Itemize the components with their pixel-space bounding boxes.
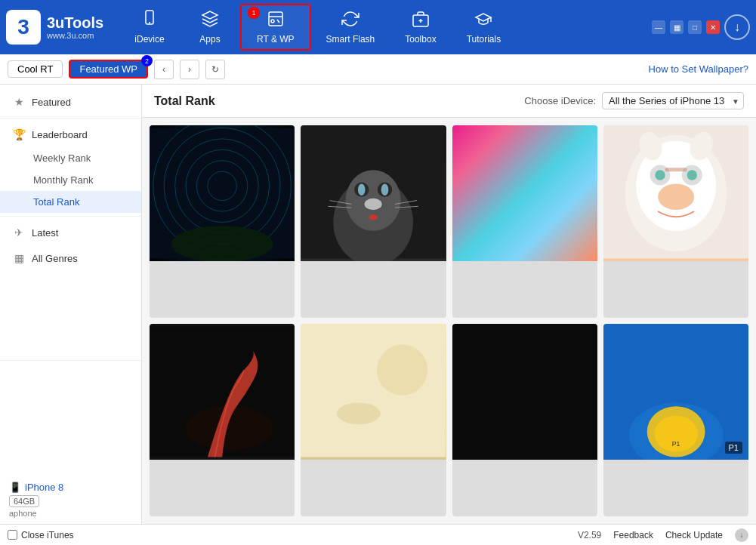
rtwp-badge: 1 — [248, 7, 260, 19]
wallpaper-img-7 — [452, 324, 597, 460]
smartflash-icon — [341, 10, 359, 32]
forward-button[interactable]: › — [180, 60, 199, 79]
sidebar-section-main: ★ Featured 🏆 Leaderboard Weekly Rank Mon… — [0, 85, 141, 276]
cool-rt-tab[interactable]: Cool RT — [8, 60, 63, 78]
back-button[interactable]: ‹ — [154, 60, 174, 79]
genres-icon: ▦ — [12, 252, 26, 264]
page-indicator: P1 — [725, 442, 742, 454]
sidebar-item-leaderboard[interactable]: 🏆 Leaderboard — [0, 122, 141, 147]
logo-icon: 3 — [6, 10, 41, 45]
featured-wp-tab[interactable]: Featured WP 2 — [69, 60, 148, 79]
nav-rtwp[interactable]: 1 RT & WP — [240, 4, 311, 51]
device-type: aphone — [9, 509, 132, 518]
version-label: V2.59 — [578, 530, 601, 540]
logo-area: 3 3uTools www.3u.com — [6, 10, 104, 45]
wallpaper-item-5[interactable] — [150, 324, 295, 516]
toolbar: Cool RT Featured WP 2 ‹ › ↻ How to Set W… — [0, 54, 756, 85]
rtwp-icon — [267, 10, 285, 32]
status-bar: Close iTunes V2.59 Feedback Check Update… — [0, 524, 756, 545]
how-to-link[interactable]: How to Set Wallpaper? — [649, 63, 748, 75]
nav-toolbox[interactable]: Toolbox — [390, 5, 451, 49]
leaderboard-icon: 🏆 — [12, 128, 26, 140]
minimize-button[interactable]: — — [652, 20, 665, 34]
wallpaper-item-2[interactable] — [301, 125, 446, 318]
svg-point-3 — [271, 20, 274, 23]
svg-point-33 — [655, 170, 665, 180]
sidebar-item-genres[interactable]: ▦ All Genres — [0, 245, 141, 271]
tile-button[interactable]: ▦ — [670, 20, 683, 34]
svg-point-21 — [381, 184, 389, 196]
svg-point-43 — [337, 402, 381, 424]
svg-point-34 — [687, 170, 696, 180]
main-layout: ★ Featured 🏆 Leaderboard Weekly Rank Mon… — [0, 85, 756, 524]
device-label: Choose iDevice: — [524, 95, 596, 106]
svg-point-42 — [377, 345, 427, 396]
wallpaper-img-5 — [150, 324, 295, 460]
close-itunes-label[interactable]: Close iTunes — [8, 530, 74, 540]
sidebar-item-latest[interactable]: ✈ Latest — [0, 220, 141, 245]
wallpaper-img-4 — [603, 125, 748, 261]
nav-smartflash[interactable]: Smart Flash — [311, 5, 390, 49]
wallpaper-item-7[interactable] — [452, 324, 597, 516]
svg-rect-41 — [301, 326, 446, 457]
nav-apps-label: Apps — [199, 34, 220, 45]
svg-text:P1: P1 — [672, 440, 680, 448]
nav-idevice-label: iDevice — [134, 34, 164, 45]
device-dropdown[interactable]: All the Series of iPhone All the Series … — [602, 92, 744, 109]
svg-point-20 — [358, 184, 366, 196]
sidebar-device: 📱 iPhone 8 64GB aphone — [0, 360, 141, 524]
wallpaper-item-3[interactable] — [452, 125, 597, 318]
sidebar-divider-1 — [0, 118, 141, 119]
wallpaper-img-2 — [301, 125, 446, 261]
nav-rtwp-label: RT & WP — [257, 34, 295, 45]
latest-icon: ✈ — [12, 226, 26, 239]
title-bar: 3 3uTools www.3u.com iDevice Apps 1 — [0, 0, 756, 54]
wallpaper-grid: P1 P1 — [142, 118, 756, 524]
nav-items: iDevice Apps 1 RT & WP Smart Flash — [119, 4, 652, 51]
device-name: 📱 iPhone 8 — [9, 482, 132, 493]
content-header: Total Rank Choose iDevice: All the Serie… — [142, 85, 756, 118]
app-url: www.3u.com — [47, 31, 103, 40]
wallpaper-item-6[interactable] — [301, 324, 446, 516]
svg-point-14 — [171, 226, 273, 261]
svg-point-22 — [365, 199, 382, 210]
nav-tutorials-label: Tutorials — [467, 34, 501, 45]
wallpaper-img-8: P1 P1 — [603, 324, 748, 460]
tutorials-icon — [474, 10, 492, 32]
feedback-link[interactable]: Feedback — [613, 530, 653, 540]
download-button[interactable]: ↓ — [724, 14, 750, 40]
svg-rect-36 — [665, 168, 687, 171]
svg-rect-2 — [269, 12, 282, 26]
scroll-down-button[interactable]: ↓ — [735, 528, 748, 542]
window-controls: — ▦ □ ✕ ↓ — [652, 14, 750, 40]
content-title: Total Rank — [154, 94, 215, 108]
sidebar-sub-weekly[interactable]: Weekly Rank — [0, 147, 141, 169]
wallpaper-item-1[interactable] — [150, 125, 295, 318]
sidebar-item-featured[interactable]: ★ Featured — [0, 89, 141, 115]
logo-text: 3uTools www.3u.com — [47, 14, 103, 40]
nav-tutorials[interactable]: Tutorials — [452, 5, 517, 49]
maximize-button[interactable]: □ — [688, 20, 702, 34]
content-area: Total Rank Choose iDevice: All the Serie… — [142, 85, 756, 524]
device-icon: 📱 — [9, 482, 21, 493]
check-update-link[interactable]: Check Update — [665, 530, 723, 540]
close-button[interactable]: ✕ — [706, 20, 720, 34]
wallpaper-item-4[interactable] — [603, 125, 748, 318]
sidebar-sub-total[interactable]: Total Rank — [0, 191, 141, 213]
refresh-button[interactable]: ↻ — [205, 60, 225, 79]
device-selector: Choose iDevice: All the Series of iPhone… — [524, 92, 744, 109]
idevice-icon — [140, 10, 159, 32]
wallpaper-item-8[interactable]: P1 P1 — [603, 324, 748, 516]
device-dropdown-wrapper[interactable]: All the Series of iPhone All the Series … — [602, 92, 744, 109]
svg-point-27 — [369, 214, 378, 220]
apps-icon — [201, 10, 219, 32]
wallpaper-img-1 — [150, 125, 295, 261]
close-itunes-checkbox[interactable] — [8, 530, 17, 540]
sidebar: ★ Featured 🏆 Leaderboard Weekly Rank Mon… — [0, 85, 142, 524]
sidebar-sub-monthly[interactable]: Monthly Rank — [0, 169, 141, 191]
nav-smartflash-label: Smart Flash — [326, 34, 375, 45]
nav-apps[interactable]: Apps — [180, 5, 240, 49]
app-name: 3uTools — [47, 14, 103, 31]
wallpaper-img-6 — [301, 324, 446, 460]
nav-idevice[interactable]: iDevice — [119, 5, 180, 49]
